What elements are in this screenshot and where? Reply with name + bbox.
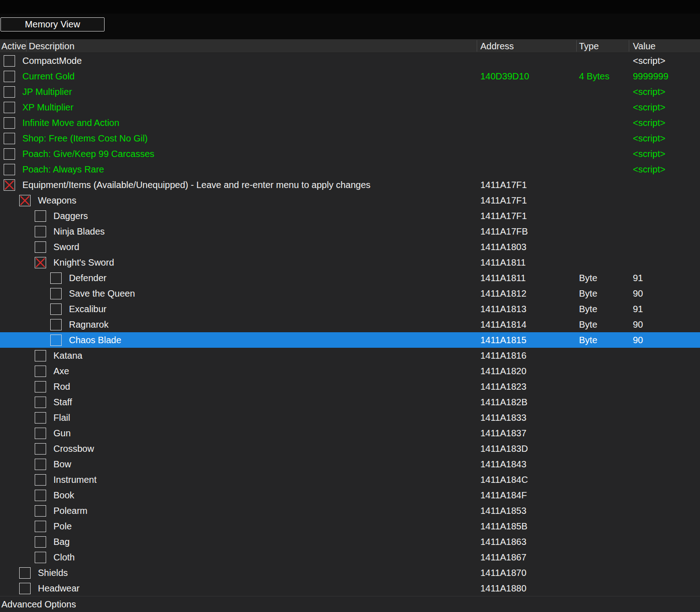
row-value: <script>	[633, 118, 665, 128]
table-row[interactable]: CompactMode <script>	[0, 53, 700, 68]
active-checkbox[interactable]	[19, 583, 31, 594]
memory-view-button[interactable]: Memory View	[0, 17, 105, 31]
table-row[interactable]: Shields 1411A1870	[0, 565, 700, 581]
column-separator[interactable]	[576, 40, 577, 52]
row-description: Cloth	[53, 552, 75, 563]
column-header-description[interactable]: Description	[29, 39, 74, 53]
table-row[interactable]: Knight's Sword 1411A1811	[0, 255, 700, 270]
column-separator[interactable]	[26, 40, 26, 52]
column-separator[interactable]	[629, 40, 629, 52]
table-body: CompactMode <script> Current Gold 140D39…	[0, 53, 700, 596]
advanced-options-link[interactable]: Advanced Options	[0, 596, 700, 612]
column-header-address[interactable]: Address	[480, 39, 514, 53]
active-checkbox[interactable]	[35, 350, 46, 361]
row-description: Axe	[53, 366, 69, 377]
row-description: Gun	[53, 428, 71, 439]
table-row[interactable]: Weapons 1411A17F1	[0, 193, 700, 208]
active-checkbox[interactable]	[35, 552, 46, 563]
table-row[interactable]: Infinite Move and Action <script>	[0, 115, 700, 131]
active-checkbox[interactable]	[19, 567, 31, 579]
active-checkbox[interactable]	[35, 241, 46, 253]
active-checkbox[interactable]	[35, 474, 46, 486]
table-row[interactable]: Staff 1411A182B	[0, 394, 700, 410]
table-row[interactable]: Poach: Give/Keep 99 Carcasses <script>	[0, 146, 700, 162]
active-checkbox[interactable]	[50, 288, 62, 299]
table-row[interactable]: Sword 1411A1803	[0, 239, 700, 255]
active-checkbox[interactable]	[50, 303, 62, 315]
row-description: Equipment/Items (Available/Unequipped) -…	[22, 180, 370, 190]
active-checkbox[interactable]	[50, 272, 62, 284]
row-description: Shop: Free (Items Cost No Gil)	[22, 133, 148, 144]
table-row[interactable]: Axe 1411A1820	[0, 363, 700, 379]
active-checkbox[interactable]	[35, 505, 46, 517]
active-checkbox[interactable]	[35, 397, 46, 408]
table-row[interactable]: XP Multiplier <script>	[0, 99, 700, 115]
row-address: 1411A17F1	[480, 180, 527, 190]
active-checkbox[interactable]	[4, 102, 15, 113]
column-header-value[interactable]: Value	[633, 39, 656, 53]
table-row[interactable]: Pole 1411A185B	[0, 518, 700, 534]
column-separator[interactable]	[477, 40, 477, 52]
table-row[interactable]: Excalibur 1411A1813 Byte 91	[0, 301, 700, 317]
row-description: Sword	[53, 242, 79, 252]
table-row[interactable]: Ninja Blades 1411A17FB	[0, 224, 700, 239]
active-checkbox[interactable]	[35, 366, 46, 377]
active-checkbox[interactable]	[35, 257, 46, 268]
table-row[interactable]: Crossbow 1411A183D	[0, 441, 700, 456]
table-row[interactable]: Katana 1411A1816	[0, 348, 700, 363]
active-checkbox[interactable]	[4, 71, 15, 82]
table-row[interactable]: Instrument 1411A184C	[0, 472, 700, 487]
column-header-active[interactable]: Active	[1, 39, 26, 53]
table-row[interactable]: Book 1411A184F	[0, 487, 700, 503]
table-row[interactable]: Shop: Free (Items Cost No Gil) <script>	[0, 131, 700, 146]
active-checkbox[interactable]	[4, 148, 15, 160]
table-row[interactable]: Gun 1411A1837	[0, 425, 700, 441]
table-row[interactable]: Ragnarok 1411A1814 Byte 90	[0, 317, 700, 332]
table-row[interactable]: Headwear 1411A1880	[0, 581, 700, 596]
table-row[interactable]: Bow 1411A1843	[0, 456, 700, 472]
row-description: Daggers	[53, 211, 88, 221]
table-row[interactable]: Poach: Always Rare <script>	[0, 162, 700, 177]
column-header-type[interactable]: Type	[579, 39, 599, 53]
active-checkbox[interactable]	[4, 117, 15, 129]
red-x-icon	[4, 180, 15, 190]
active-checkbox[interactable]	[50, 319, 62, 330]
active-checkbox[interactable]	[35, 536, 46, 548]
active-checkbox[interactable]	[35, 428, 46, 439]
row-description: Ninja Blades	[53, 226, 105, 237]
table-row[interactable]: Save the Queen 1411A1812 Byte 90	[0, 286, 700, 301]
table-row[interactable]: Bag 1411A1863	[0, 534, 700, 549]
active-checkbox[interactable]	[35, 521, 46, 532]
row-description: CompactMode	[22, 56, 82, 66]
table-row[interactable]: Chaos Blade 1411A1815 Byte 90	[0, 332, 700, 348]
row-value: <script>	[633, 164, 665, 175]
table-row[interactable]: Current Gold 140D39D10 4 Bytes 9999999	[0, 68, 700, 84]
active-checkbox[interactable]	[35, 226, 46, 237]
table-row[interactable]: Cloth 1411A1867	[0, 549, 700, 565]
active-checkbox[interactable]	[50, 335, 62, 346]
table-row[interactable]: Flail 1411A1833	[0, 410, 700, 425]
active-checkbox[interactable]	[35, 459, 46, 470]
active-checkbox[interactable]	[35, 412, 46, 424]
row-address: 1411A1867	[480, 552, 526, 563]
table-row[interactable]: Rod 1411A1823	[0, 379, 700, 394]
active-checkbox[interactable]	[19, 195, 31, 206]
row-address: 1411A1820	[480, 366, 526, 377]
table-row[interactable]: Equipment/Items (Available/Unequipped) -…	[0, 177, 700, 193]
active-checkbox[interactable]	[4, 55, 15, 67]
row-value: 91	[633, 273, 643, 283]
active-checkbox[interactable]	[35, 443, 46, 455]
row-value: <script>	[633, 102, 665, 113]
table-row[interactable]: JP Multiplier <script>	[0, 84, 700, 99]
active-checkbox[interactable]	[4, 133, 15, 144]
active-checkbox[interactable]	[35, 381, 46, 392]
active-checkbox[interactable]	[4, 86, 15, 98]
table-row[interactable]: Polearm 1411A1853	[0, 503, 700, 518]
active-checkbox[interactable]	[35, 490, 46, 501]
active-checkbox[interactable]	[35, 210, 46, 222]
active-checkbox[interactable]	[4, 179, 15, 191]
row-description: Polearm	[53, 506, 87, 516]
table-row[interactable]: Defender 1411A1811 Byte 91	[0, 270, 700, 286]
table-row[interactable]: Daggers 1411A17F1	[0, 208, 700, 224]
active-checkbox[interactable]	[4, 164, 15, 175]
